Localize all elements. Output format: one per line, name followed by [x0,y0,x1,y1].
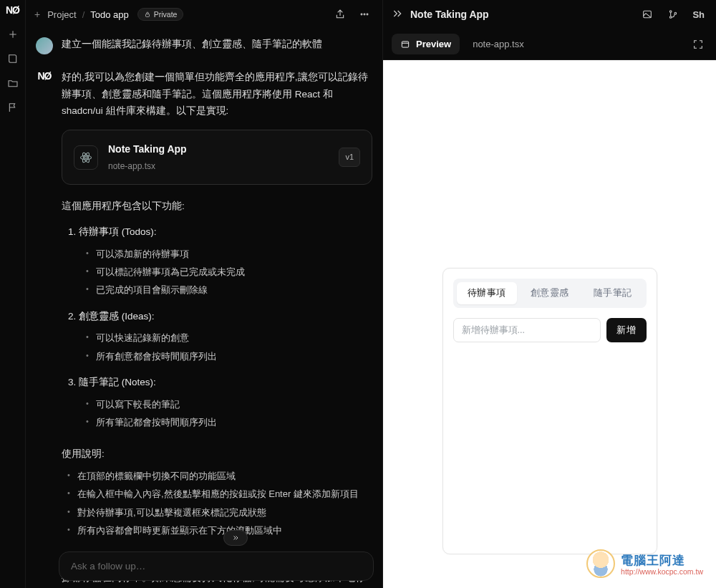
version-chip: v1 [339,148,360,167]
usage-item: 所有內容都會即時更新並顯示在下方的滾動區域中 [63,521,372,539]
assistant-message-row: NØ 好的,我可以為您創建一個簡單但功能齊全的應用程序,讓您可以記錄待辦事項、創… [33,62,375,588]
image-icon[interactable] [638,5,657,24]
svg-point-1 [361,14,362,15]
assistant-message: 好的,我可以為您創建一個簡單但功能齊全的應用程序,讓您可以記錄待辦事項、創意靈感… [62,69,372,588]
app-tabs: 待辦事項 創意靈感 隨手筆記 [453,279,647,308]
app-tab-todos[interactable]: 待辦事項 [457,282,517,304]
chevron-right-icon[interactable] [392,8,403,21]
privacy-badge[interactable]: Private [137,8,184,21]
app-tab-ideas[interactable]: 創意靈感 [520,282,580,304]
share-icon[interactable] [331,5,349,24]
chat-scroll[interactable]: 建立一個能讓我記錄待辦事項、創立靈感、隨手筆記的軟體 NØ 好的,我可以為您創建… [26,29,382,588]
preview-surface: 待辦事項 創意靈感 隨手筆記 新增 電腦王阿達 http://www.kocpc… [383,60,716,588]
artifact-card[interactable]: Note Taking App note-app.tsx v1 [62,130,372,185]
usage-item: 在輸入框中輸入內容,然後點擊相應的按鈕或按 Enter 鍵來添加新項目 [63,485,372,503]
usage-item: 在頂部的標籤欄中切換不同的功能區域 [63,467,372,485]
user-message-row: 建立一個能讓我記錄待辦事項、創立靈感、隨手筆記的軟體 [33,29,375,62]
feature-item: 創意靈感 (Ideas): 可以快速記錄新的創意 所有創意都會按時間順序列出 [79,308,372,365]
plus-icon[interactable]: + [34,9,40,20]
folder-icon[interactable] [7,77,19,89]
left-rail: NØ [0,0,26,588]
svg-rect-0 [145,14,149,17]
new-todo-input[interactable] [453,318,601,342]
artifact-file: note-app.tsx [108,159,329,174]
plus-icon[interactable] [7,29,19,40]
preview-title: Note Taking App [410,9,489,20]
lock-icon [144,11,151,18]
window-icon [400,39,410,49]
resume-pill[interactable] [223,530,248,546]
feature-sub: 所有創意都會按時間順序列出 [86,347,372,365]
preview-topbar: Note Taking App Sh [383,0,716,29]
branch-icon[interactable] [664,5,682,24]
usage-heading: 使用說明: [62,445,372,463]
artifact-title: Note Taking App [108,140,329,158]
add-button[interactable]: 新增 [606,318,647,342]
feature-sub: 已完成的項目會顯示刪除線 [86,281,372,299]
feature-item: 待辦事項 (Todos): 可以添加新的待辦事項 可以標記待辦事項為已完成或未完… [79,223,372,299]
svg-point-2 [364,14,365,15]
feature-sub: 可以添加新的待辦事項 [86,245,372,263]
svg-point-3 [367,14,368,15]
feature-sub: 可以標記待辦事項為已完成或未完成 [86,263,372,281]
feature-sub: 所有筆記都會按時間順序列出 [86,413,372,431]
usage-item: 對於待辦事項,可以點擊複選框來標記完成狀態 [63,503,372,521]
breadcrumb-sep: / [82,9,85,20]
feature-sub: 可以快速記錄新的創意 [86,329,372,347]
preview-tabs: Preview note-app.tsx [383,29,716,60]
preview-panel: Note Taking App Sh Preview note-app.tsx … [382,0,716,588]
chat-panel: + Project / Todo app Private 建立一個能讓我記錄待辦… [26,0,382,588]
svg-rect-12 [402,41,408,47]
tab-file[interactable]: note-app.tsx [464,34,533,54]
feature-sub: 可以寫下較長的筆記 [86,395,372,413]
svg-point-10 [670,16,672,19]
svg-point-9 [670,11,672,13]
book-icon[interactable] [7,53,19,64]
assistant-logo: NØ [36,70,53,588]
features-list: 待辦事項 (Todos): 可以添加新的待辦事項 可以標記待辦事項為已完成或未完… [69,223,372,431]
react-icon [74,145,98,170]
watermark: 電腦王阿達 http://www.kocpc.com.tw [586,549,703,578]
followup-input[interactable]: Ask a follow up… [59,551,374,581]
watermark-title: 電腦王阿達 [621,552,703,569]
app-tab-notes[interactable]: 隨手筆記 [583,282,643,304]
privacy-label: Private [154,10,178,19]
user-message: 建立一個能讓我記錄待辦事項、創立靈感、隨手筆記的軟體 [62,36,372,54]
watermark-url: http://www.kocpc.com.tw [621,567,703,576]
breadcrumb-project[interactable]: Project [47,9,76,20]
flag-icon[interactable] [7,102,19,113]
logo[interactable]: NØ [6,4,19,16]
tab-preview[interactable]: Preview [392,34,460,54]
chat-topbar: + Project / Todo app Private [26,0,382,29]
usage-list: 在頂部的標籤欄中切換不同的功能區域 在輸入框中輸入內容,然後點擊相應的按鈕或按 … [62,467,372,539]
feature-item: 隨手筆記 (Notes): 可以寫下較長的筆記 所有筆記都會按時間順序列出 [79,374,372,431]
watermark-logo [586,549,615,578]
app-card: 待辦事項 創意靈感 隨手筆記 新增 [442,268,657,554]
features-heading: 這個應用程序包含以下功能: [62,198,372,215]
svg-point-4 [85,156,87,158]
page-title: Todo app [90,9,129,20]
avatar [36,37,53,54]
share-button[interactable]: Sh [690,5,707,24]
svg-point-11 [674,12,677,14]
assistant-intro: 好的,我可以為您創建一個簡單但功能齊全的應用程序,讓您可以記錄待辦事項、創意靈感… [62,69,372,120]
more-icon[interactable] [355,5,374,24]
expand-icon[interactable] [689,35,707,54]
svg-point-5 [81,155,92,160]
